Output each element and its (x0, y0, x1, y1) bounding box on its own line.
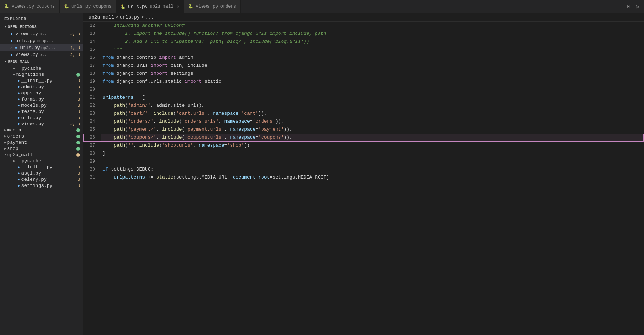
editor-filename: views.py (16, 31, 38, 37)
tree-item-orders[interactable]: ▶ orders (0, 133, 83, 139)
tree-item-label: asgi.py (21, 171, 41, 176)
editor-item-views-orders[interactable]: ● views.py o... 2, U (0, 51, 83, 58)
chevron-down-icon: ▾ (4, 153, 6, 157)
tab-filename: views.py (195, 4, 218, 9)
tree-item-asgi[interactable]: ● asgi.py U (0, 170, 83, 176)
chevron-down-icon: ▾ (4, 25, 6, 29)
line-content: path('cart/', include('cart.urls', names… (101, 110, 644, 118)
status-dot (76, 128, 80, 132)
tree-item-init2[interactable]: ● __init__.py U (0, 164, 83, 170)
tree-item-label: forms.py (21, 97, 44, 102)
line-number: 17 (83, 62, 101, 70)
close-icon[interactable]: ✕ (10, 45, 13, 50)
status-badge: U (77, 110, 80, 114)
tree-item-shop[interactable]: ▶ shop (0, 146, 83, 152)
tab-filename: urls.py (71, 4, 91, 9)
tab-close-button[interactable]: ✕ (177, 4, 179, 9)
line-content: urlpatterns += static(settings.MEDIA_URL… (101, 173, 644, 181)
line-number: 19 (83, 78, 101, 86)
tree-item-migrations[interactable]: ▶ migrations (0, 72, 83, 78)
code-line-28: 28 ] (83, 150, 644, 158)
tree-item-views[interactable]: ● views.py 2, U (0, 121, 83, 127)
line-number: 25 (83, 126, 101, 134)
run-icon[interactable]: ▷ (636, 3, 640, 10)
line-number: 28 (83, 150, 101, 158)
line-content: from django.conf.urls.static import stat… (101, 78, 644, 86)
chevron-right-icon: ▶ (13, 66, 15, 70)
line-number: 26 (83, 134, 101, 142)
tree-item-init[interactable]: ● __init__.py U (0, 78, 83, 84)
file-icon: ● (17, 165, 20, 169)
line-number: 22 (83, 102, 101, 110)
tree-item-urls[interactable]: ● urls.py U (0, 115, 83, 121)
tree-item-admin[interactable]: ● admin.py U (0, 84, 83, 90)
chevron-down-icon: ▾ (4, 60, 6, 64)
code-line-23: 23 path('cart/', include('cart.urls', na… (83, 110, 644, 118)
file-icon: ● (17, 171, 20, 176)
line-content: 2. Add a URL to urlpatterns: path('blog/… (101, 38, 644, 46)
tab-urls-coupons[interactable]: 🐍 urls.py coupons (60, 0, 116, 13)
tree-item-media[interactable]: ▶ media (0, 127, 83, 133)
tree-item-apps[interactable]: ● apps.py U (0, 90, 83, 96)
tree-item-tests[interactable]: ● tests.py U (0, 109, 83, 115)
status-badge: U (77, 165, 80, 169)
tree-item-label: __pycache__ (16, 158, 47, 164)
code-editor[interactable]: 12 Including another URLconf 13 1. Impor… (83, 22, 644, 335)
tree-item-label: __pycache__ (16, 66, 47, 71)
editor-context: up2... (41, 46, 56, 50)
editor-pane[interactable]: up2u_mall > urls.py > ... 12 Including a… (83, 13, 644, 335)
tree-item-forms[interactable]: ● forms.py U (0, 96, 83, 102)
tree-item-payment[interactable]: ▶ payment (0, 139, 83, 146)
editor-badge: 2, U (70, 53, 80, 57)
editor-item-urls-coupons[interactable]: ● urls.py coup... U (0, 37, 83, 44)
tree-item-settings[interactable]: ● settings.py U (0, 183, 83, 189)
editor-item-views-coupons[interactable]: ● views.py c... 2, U (0, 30, 83, 37)
open-editors-section[interactable]: ▾ OPEN EDITORS (0, 23, 83, 30)
tree-item-models[interactable]: ● models.py U (0, 102, 83, 109)
code-line-12: 12 Including another URLconf (83, 22, 644, 30)
tree-item-pycache[interactable]: ▶ __pycache__ (0, 65, 83, 72)
status-badge: U (77, 184, 80, 188)
line-number: 27 (83, 142, 101, 150)
status-badge: U (77, 85, 80, 89)
tab-views-coupons[interactable]: 🐍 views.py coupons (0, 0, 60, 13)
tree-item-label: media (7, 127, 21, 133)
status-dot (76, 147, 80, 151)
breadcrumb-more: ... (145, 15, 154, 20)
line-number: 24 (83, 118, 101, 126)
status-badge: U (77, 79, 80, 83)
code-line-18: 18 from django.conf import settings (83, 70, 644, 78)
tab-context: coupons (36, 4, 54, 9)
line-content: from django.conf import settings (101, 70, 644, 78)
chevron-right-icon: ▶ (13, 159, 15, 163)
line-content: ] (101, 150, 644, 158)
tree-item-label: admin.py (21, 84, 44, 90)
line-number: 29 (83, 158, 101, 166)
file-icon: ● (17, 91, 20, 95)
code-line-14: 14 2. Add a URL to urlpatterns: path('bl… (83, 38, 644, 46)
project-section[interactable]: ▾ UP2U_MALL (0, 58, 83, 65)
open-editors-label: OPEN EDITORS (8, 25, 36, 29)
file-icon: ● (17, 79, 20, 83)
status-badge: 2, U (70, 122, 80, 126)
code-line-20: 20 (83, 86, 644, 94)
split-editor-icon[interactable]: ⊡ (627, 3, 631, 10)
code-line-26: 26 path('coupons/', include('coupons.url… (83, 134, 644, 142)
code-line-13: 13 1. Import the include() function: fro… (83, 30, 644, 38)
tree-item-celery[interactable]: ● celery.py U (0, 176, 83, 183)
tree-item-pycache2[interactable]: ▶ __pycache__ (0, 158, 83, 164)
editor-item-urls-up2u[interactable]: ✕ ● urls.py up2... 1, U (0, 44, 83, 51)
tree-item-label: payment (7, 140, 27, 145)
breadcrumb-sep2: > (141, 15, 144, 20)
tree-item-up2u-mall[interactable]: ▾ up2u_mall (0, 152, 83, 158)
tab-filename: views.py (12, 4, 34, 9)
tab-context: coupons (93, 4, 111, 9)
line-content: path('admin/', admin.site.urls), (101, 102, 644, 110)
chevron-right-icon: ▶ (4, 134, 6, 138)
tab-filename: urls.py (128, 4, 148, 9)
editor-badge: 1, U (70, 46, 80, 50)
tab-views-orders[interactable]: 🐍 views.py orders (184, 0, 241, 13)
line-number: 14 (83, 38, 101, 46)
file-icon: ● (10, 53, 13, 57)
tab-urls-up2u-mall[interactable]: 🐍 urls.py up2u_mall ✕ (116, 0, 184, 13)
